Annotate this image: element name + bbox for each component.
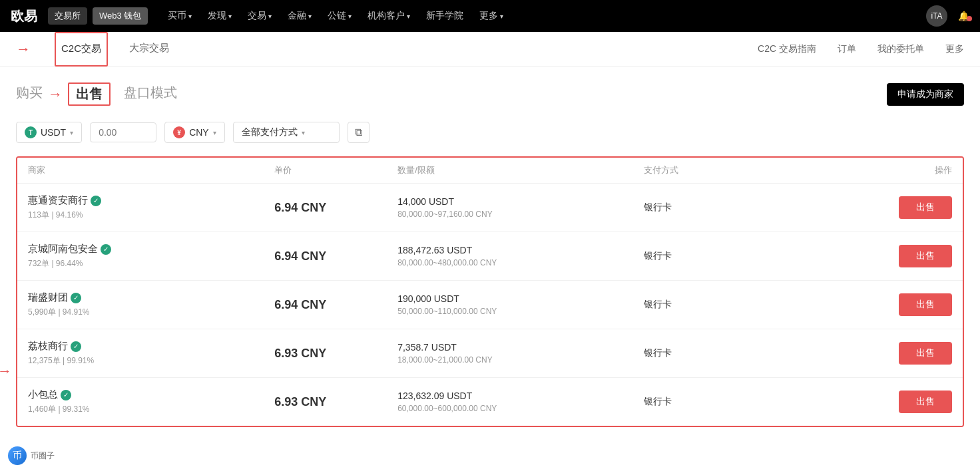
action-col: 出售 [829, 391, 952, 413]
main-content: 购买 → 出售 盘口模式 申请成为商家 T USDT ▾ ¥ CNY ▾ 全部支… [0, 67, 980, 443]
table-row: 瑞盛财团 ✓ 5,990单 | 94.91% 6.94 CNY 190,000 … [17, 280, 963, 329]
nav-item-chain[interactable]: 公链 ▾ [321, 0, 358, 32]
cny-icon: ¥ [173, 126, 185, 138]
chevron-down-icon: ▾ [348, 13, 352, 20]
sell-button[interactable]: 出售 [899, 196, 952, 219]
price: 6.94 CNY [274, 201, 397, 215]
amount-info: 190,000 USDT 50,000.00~110,000.00 CNY [397, 293, 644, 316]
table-row: 小包总 ✓ 1,460单 | 99.31% 6.93 CNY 123,632.0… [17, 377, 963, 426]
subnav-item-block-trade[interactable]: 大宗交易 [129, 32, 169, 67]
nav-item-discover[interactable]: 发现 ▾ [201, 0, 238, 32]
chevron-down-icon: ▾ [228, 13, 232, 20]
payment-method: 银行卡 [644, 202, 829, 214]
subnav-item-c2c[interactable]: C2C交易 [55, 32, 108, 67]
merchant-info: 京城阿南包安全 ✓ 732单 | 96.44% [28, 243, 274, 269]
verified-icon: ✓ [71, 341, 81, 352]
sell-button[interactable]: 出售 [899, 391, 952, 413]
amount-input[interactable] [90, 122, 156, 142]
chevron-down-icon: ▾ [407, 13, 410, 20]
merchant-info: 惠通资安商行 ✓ 113单 | 94.16% [28, 194, 274, 221]
c2c-guide-link[interactable]: C2C 交易指南 [758, 43, 816, 55]
nav-item-trade[interactable]: 交易 ▾ [241, 0, 278, 32]
action-col: 出售 [829, 293, 952, 316]
verified-icon: ✓ [61, 390, 71, 400]
payment-method: 银行卡 [644, 250, 829, 262]
nav-right: iTA 🔔 [926, 5, 969, 27]
payment-method: 银行卡 [644, 396, 829, 408]
table-row: 荔枝商行 ✓ 12,375单 | 99.91% 6.93 CNY 7,358.7… [17, 329, 963, 377]
payment-method: 银行卡 [644, 347, 829, 359]
tab-buy[interactable]: 购买 [16, 84, 43, 104]
sell-button[interactable]: 出售 [899, 293, 952, 316]
payment-method: 银行卡 [644, 299, 829, 311]
tab-orderbook[interactable]: 盘口模式 [124, 84, 177, 104]
verified-icon: ✓ [91, 196, 101, 206]
action-col: 出售 [829, 196, 952, 219]
more-menu-link[interactable]: 更多 [945, 43, 964, 55]
filters-row: T USDT ▾ ¥ CNY ▾ 全部支付方式 ▾ ⧉ [16, 122, 964, 143]
action-col: 出售 [829, 342, 952, 365]
payment-method-selector[interactable]: 全部支付方式 ▾ [233, 122, 340, 143]
arrow-indicator-3: → [0, 363, 12, 380]
table-action-wrapper: 商家 单价 数量/限额 支付方式 操作 惠通资安商行 ✓ 113单 [16, 156, 964, 427]
nav-item-finance[interactable]: 金融 ▾ [281, 0, 318, 32]
chevron-down-icon: ▾ [500, 13, 503, 20]
apply-merchant-button[interactable]: 申请成为商家 [887, 83, 964, 106]
amount-info: 14,000 USDT 80,000.00~97,160.00 CNY [397, 196, 644, 219]
tabs-row: 购买 → 出售 盘口模式 申请成为商家 [16, 82, 964, 106]
table-row: 京城阿南包安全 ✓ 732单 | 96.44% 6.94 CNY 188,472… [17, 232, 963, 280]
orders-link[interactable]: 订单 [838, 43, 856, 55]
sell-button[interactable]: 出售 [899, 245, 952, 267]
exchange-button[interactable]: 交易所 [48, 7, 87, 25]
nav-item-institutional[interactable]: 机构客户 ▾ [361, 0, 417, 32]
amount-info: 7,358.7 USDT 18,000.00~21,000.00 CNY [397, 342, 644, 365]
chevron-down-icon: ▾ [308, 13, 312, 20]
amount-info: 123,632.09 USDT 60,000.00~600,000.00 CNY [397, 391, 644, 413]
verified-icon: ✓ [101, 244, 111, 255]
currency-selector[interactable]: ¥ CNY ▾ [164, 122, 225, 143]
coin-selector[interactable]: T USDT ▾ [16, 122, 82, 143]
nav-item-more[interactable]: 更多 ▾ [473, 0, 510, 32]
merchant-info: 荔枝商行 ✓ 12,375单 | 99.91% [28, 340, 274, 367]
table-wrapper: 商家 单价 数量/限额 支付方式 操作 惠通资安商行 ✓ 113单 [16, 156, 964, 427]
top-navigation: 欧易 交易所 Web3 钱包 买币 ▾ 发现 ▾ 交易 ▾ 金融 ▾ 公链 ▾ … [0, 0, 980, 32]
nav-item-academy[interactable]: 新手学院 [419, 0, 470, 32]
chevron-down-icon: ▾ [302, 129, 305, 136]
chevron-down-icon: ▾ [70, 129, 73, 136]
arrow-indicator-1: → [16, 41, 31, 58]
nav-item-buy[interactable]: 买币 ▾ [161, 0, 198, 32]
usdt-icon: T [25, 126, 37, 138]
filter-button[interactable]: ⧉ [348, 122, 369, 143]
notification-dot [967, 16, 972, 21]
table-row: 惠通资安商行 ✓ 113单 | 94.16% 6.94 CNY 14,000 U… [17, 183, 963, 232]
nav-items: 买币 ▾ 发现 ▾ 交易 ▾ 金融 ▾ 公链 ▾ 机构客户 ▾ 新手学院 更多 … [161, 0, 510, 32]
sub-nav-right: C2C 交易指南 订单 我的委托单 更多 [758, 43, 964, 55]
merchant-info: 瑞盛财团 ✓ 5,990单 | 94.91% [28, 291, 274, 318]
chevron-down-icon: ▾ [213, 129, 216, 136]
web3-wallet-button[interactable]: Web3 钱包 [93, 7, 148, 25]
sub-navigation: → C2C交易 大宗交易 C2C 交易指南 订单 我的委托单 更多 [0, 32, 980, 67]
action-col: 出售 [829, 245, 952, 267]
price: 6.94 CNY [274, 249, 397, 263]
sub-nav-left: → C2C交易 大宗交易 [16, 32, 169, 67]
avatar[interactable]: iTA [926, 5, 947, 27]
price: 6.94 CNY [274, 298, 397, 312]
chevron-down-icon: ▾ [268, 13, 272, 20]
table-header: 商家 单价 数量/限额 支付方式 操作 [17, 158, 963, 183]
price: 6.93 CNY [274, 347, 397, 361]
logo: 欧易 [11, 7, 37, 25]
chevron-down-icon: ▾ [188, 13, 192, 20]
amount-info: 188,472.63 USDT 80,000.00~480,000.00 CNY [397, 245, 644, 267]
arrow-indicator-2: → [48, 86, 63, 103]
listings-table: 商家 单价 数量/限额 支付方式 操作 惠通资安商行 ✓ 113单 [16, 156, 964, 427]
my-orders-link[interactable]: 我的委托单 [877, 43, 924, 55]
sell-button[interactable]: 出售 [899, 342, 952, 365]
verified-icon: ✓ [71, 293, 81, 303]
price: 6.93 CNY [274, 395, 397, 409]
merchant-info: 小包总 ✓ 1,460单 | 99.31% [28, 389, 274, 415]
tab-sell[interactable]: 出售 [68, 82, 111, 106]
